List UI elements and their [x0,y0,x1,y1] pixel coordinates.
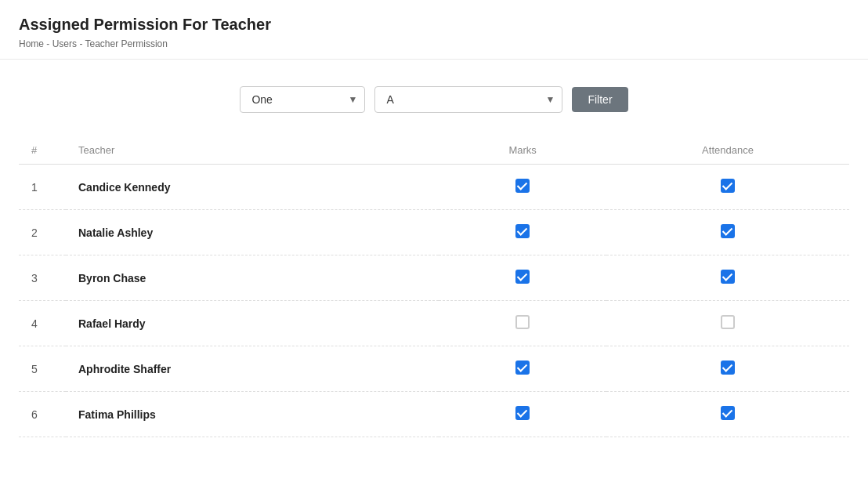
cell-attendance [606,255,849,301]
cell-num: 4 [19,301,66,346]
col-header-marks: Marks [439,136,606,165]
table-row: 3Byron Chase [19,255,849,301]
cell-teacher: Candice Kennedy [66,165,439,210]
cell-num: 1 [19,165,66,210]
cell-marks [439,255,606,301]
attendance-checkbox-checked[interactable] [721,270,735,284]
table-row: 5Aphrodite Shaffer [19,346,849,392]
filter-button[interactable]: Filter [572,87,627,112]
cell-attendance [606,165,849,210]
cell-marks [439,392,606,437]
page-title: Assigned Permission For Teacher [19,16,849,34]
col-header-attendance: Attendance [606,136,849,165]
attendance-checkbox-unchecked[interactable] [721,315,735,329]
dropdown2-wrapper: A B C ▼ [374,86,562,113]
cell-num: 3 [19,255,66,301]
breadcrumb-teacher-permission: Teacher Permission [85,38,168,49]
table-row: 1Candice Kennedy [19,165,849,210]
breadcrumb-users: Users [52,38,77,49]
page-header: Assigned Permission For Teacher Home - U… [0,0,868,60]
breadcrumb-separator-1: - [46,38,52,49]
cell-num: 2 [19,210,66,255]
table-row: 4Rafael Hardy [19,301,849,346]
marks-checkbox-checked[interactable] [515,270,530,284]
cell-attendance [606,346,849,392]
breadcrumb: Home - Users - Teacher Permission [19,38,849,49]
attendance-checkbox-checked[interactable] [721,406,735,420]
cell-num: 6 [19,392,66,437]
main-content: One Two Three ▼ A B C ▼ Filter # [0,60,868,456]
table-header-row: # Teacher Marks Attendance [19,136,849,165]
breadcrumb-home: Home [19,38,44,49]
cell-attendance [606,392,849,437]
attendance-checkbox-checked[interactable] [721,224,735,238]
table-row: 2Natalie Ashley [19,210,849,255]
cell-teacher: Byron Chase [66,255,439,301]
marks-checkbox-checked[interactable] [515,224,530,238]
table-row: 6Fatima Phillips [19,392,849,437]
cell-teacher: Rafael Hardy [66,301,439,346]
filter-row: One Two Three ▼ A B C ▼ Filter [19,86,849,113]
breadcrumb-separator-2: - [79,38,85,49]
cell-teacher: Aphrodite Shaffer [66,346,439,392]
col-header-teacher: Teacher [66,136,439,165]
dropdown1-wrapper: One Two Three ▼ [240,86,365,113]
marks-checkbox-checked[interactable] [515,179,530,193]
cell-attendance [606,210,849,255]
marks-checkbox-checked[interactable] [515,361,530,375]
cell-teacher: Natalie Ashley [66,210,439,255]
cell-teacher: Fatima Phillips [66,392,439,437]
cell-marks [439,346,606,392]
marks-checkbox-unchecked[interactable] [515,315,530,329]
cell-num: 5 [19,346,66,392]
dropdown2-select[interactable]: A B C [374,86,562,113]
cell-marks [439,301,606,346]
cell-marks [439,210,606,255]
cell-attendance [606,301,849,346]
cell-marks [439,165,606,210]
col-header-num: # [19,136,66,165]
attendance-checkbox-checked[interactable] [721,361,735,375]
permissions-table: # Teacher Marks Attendance 1Candice Kenn… [19,136,849,437]
attendance-checkbox-checked[interactable] [721,179,735,193]
dropdown1-select[interactable]: One Two Three [240,86,365,113]
marks-checkbox-checked[interactable] [515,406,530,420]
